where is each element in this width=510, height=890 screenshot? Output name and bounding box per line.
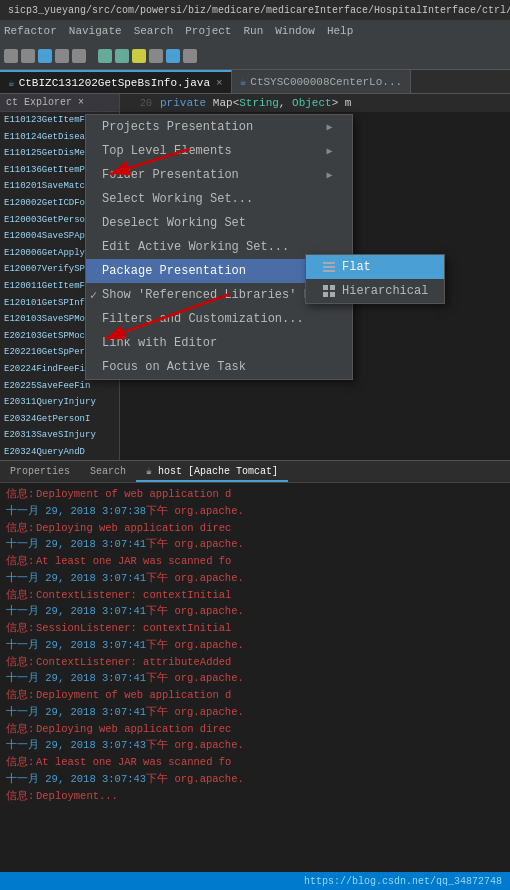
log-text: At least one JAR was scanned fo (36, 755, 504, 771)
menu-item-label: Projects Presentation (102, 120, 253, 134)
sidebar-item[interactable]: E20324QueryAndD (0, 444, 119, 461)
toolbar-icon-5[interactable] (72, 49, 86, 63)
log-info-label: 信息: (6, 755, 36, 771)
menu-item-window[interactable]: Window (275, 25, 315, 37)
submenu: FlatHierarchical (305, 254, 445, 304)
log-date: 十一月 29, 2018 3:07:38 (6, 504, 146, 520)
sidebar-item[interactable]: E20313SaveSInjury (0, 427, 119, 444)
log-org: 下午 org.apache. (146, 671, 244, 687)
status-url: https://blog.csdn.net/qq_34872748 (304, 876, 502, 887)
toolbar-icon-11[interactable] (183, 49, 197, 63)
log-line: 信息: SessionListener: contextInitial (6, 621, 504, 637)
toolbar-icons (4, 49, 197, 63)
toolbar-icon-3[interactable] (38, 49, 52, 63)
svg-rect-2 (323, 270, 335, 272)
toolbar-icon-6[interactable] (98, 49, 112, 63)
log-text: Deploying web application direc (36, 521, 504, 537)
log-text: Deployment... (36, 789, 504, 805)
toolbar-icon-9[interactable] (149, 49, 163, 63)
context-menu-item-focus-active-task[interactable]: Focus on Active Task (86, 355, 352, 379)
log-info-label: 信息: (6, 722, 36, 738)
toolbar-icon-2[interactable] (21, 49, 35, 63)
log-line: 十一月 29, 2018 3:07:41 下午 org.apache. (6, 638, 504, 654)
toolbar-icon-7[interactable] (115, 49, 129, 63)
context-menu-item-select-working-set[interactable]: Select Working Set... (86, 187, 352, 211)
log-info-label: 信息: (6, 487, 36, 503)
log-info-label: 信息: (6, 554, 36, 570)
toolbar-icon-10[interactable] (166, 49, 180, 63)
context-menu: Projects Presentation▶Top Level Elements… (85, 114, 353, 380)
sidebar-item[interactable]: E20324GetPersonI (0, 411, 119, 428)
log-line: 信息: Deploying web application direc (6, 521, 504, 537)
editor-tabs: ☕ CtBIZC131202GetSpeBsInfo.java × ☕ CtSY… (0, 70, 510, 94)
svg-rect-5 (323, 292, 328, 297)
menu-item-label: Deselect Working Set (102, 216, 246, 230)
log-info-label: 信息: (6, 621, 36, 637)
menu-item-label: ✓Show 'Referenced Libraries' Node (102, 288, 332, 302)
tab-bizc131202[interactable]: ☕ CtBIZC131202GetSpeBsInfo.java × (0, 70, 232, 93)
toolbar-icon-4[interactable] (55, 49, 69, 63)
console-tab-tomcat[interactable]: ☕ host [Apache Tomcat] (136, 461, 288, 482)
log-date: 十一月 29, 2018 3:07:41 (6, 671, 146, 687)
menu-item-project[interactable]: Project (185, 25, 231, 37)
svg-rect-3 (323, 285, 328, 290)
context-menu-item-top-level-elements[interactable]: Top Level Elements▶ (86, 139, 352, 163)
log-line: 十一月 29, 2018 3:07:41 下午 org.apache. (6, 705, 504, 721)
log-text: ContextListener: contextInitial (36, 588, 504, 604)
code-line-20: 20 private Map<String, Object> m (120, 94, 510, 112)
tab-sysc000008[interactable]: ☕ CtSYSC000008CenterLo... (232, 70, 411, 93)
menu-item-refactor[interactable]: Refactor (4, 25, 57, 37)
log-date: 十一月 29, 2018 3:07:41 (6, 638, 146, 654)
menu-item-label: Package Presentation (102, 264, 246, 278)
menu-bar: Refactor Navigate Search Project Run Win… (0, 20, 510, 42)
log-org: 下午 org.apache. (146, 571, 244, 587)
console-tab-search[interactable]: Search (80, 461, 136, 482)
context-menu-item-projects-presentation[interactable]: Projects Presentation▶ (86, 115, 352, 139)
toolbar (0, 42, 510, 70)
log-text: At least one JAR was scanned fo (36, 554, 504, 570)
submenu-item-hierarchical[interactable]: Hierarchical (306, 279, 444, 303)
console-area: Properties Search ☕ host [Apache Tomcat]… (0, 460, 510, 890)
log-text: Deployment of web application d (36, 688, 504, 704)
toolbar-icon-1[interactable] (4, 49, 18, 63)
menu-item-label: Link with Editor (102, 336, 217, 350)
console-tab-properties[interactable]: Properties (0, 461, 80, 482)
menu-item-run[interactable]: Run (243, 25, 263, 37)
log-info-label: 信息: (6, 688, 36, 704)
svg-rect-4 (330, 285, 335, 290)
menu-item-label: Filters and Customization... (102, 312, 304, 326)
sidebar-item[interactable]: E20311QueryInjury (0, 394, 119, 411)
log-org: 下午 org.apache. (146, 772, 244, 788)
log-org: 下午 org.apache. (146, 638, 244, 654)
log-org: 下午 org.apache. (146, 705, 244, 721)
log-info-label: 信息: (6, 588, 36, 604)
submenu-item-flat[interactable]: Flat (306, 255, 444, 279)
menu-item-navigate[interactable]: Navigate (69, 25, 122, 37)
context-menu-item-link-editor[interactable]: Link with Editor (86, 331, 352, 355)
menu-item-label: Focus on Active Task (102, 360, 246, 374)
console-tabs: Properties Search ☕ host [Apache Tomcat] (0, 461, 510, 483)
menu-item-help[interactable]: Help (327, 25, 353, 37)
toolbar-icon-8[interactable] (132, 49, 146, 63)
log-org: 下午 org.apache. (146, 604, 244, 620)
log-info-label: 信息: (6, 521, 36, 537)
log-line: 信息: Deployment of web application d (6, 688, 504, 704)
submenu-item-label: Flat (342, 260, 371, 274)
menu-arrow-icon: ▶ (326, 121, 332, 133)
log-line: 十一月 29, 2018 3:07:41 下午 org.apache. (6, 671, 504, 687)
log-date: 十一月 29, 2018 3:07:41 (6, 537, 146, 553)
context-menu-item-filters-customization[interactable]: Filters and Customization... (86, 307, 352, 331)
menu-arrow-icon: ▶ (326, 169, 332, 181)
log-line: 十一月 29, 2018 3:07:41 下午 org.apache. (6, 537, 504, 553)
svg-rect-0 (323, 262, 335, 264)
context-menu-item-folder-presentation[interactable]: Folder Presentation▶ (86, 163, 352, 187)
log-info-label: 信息: (6, 789, 36, 805)
log-line: 十一月 29, 2018 3:07:41 下午 org.apache. (6, 571, 504, 587)
log-line: 信息: Deployment of web application d (6, 487, 504, 503)
svg-rect-6 (330, 292, 335, 297)
menu-item-search[interactable]: Search (134, 25, 174, 37)
menu-item-label: Edit Active Working Set... (102, 240, 289, 254)
log-line: 信息: At least one JAR was scanned fo (6, 554, 504, 570)
context-menu-item-deselect-working-set[interactable]: Deselect Working Set (86, 211, 352, 235)
menu-arrow-icon: ▶ (326, 145, 332, 157)
